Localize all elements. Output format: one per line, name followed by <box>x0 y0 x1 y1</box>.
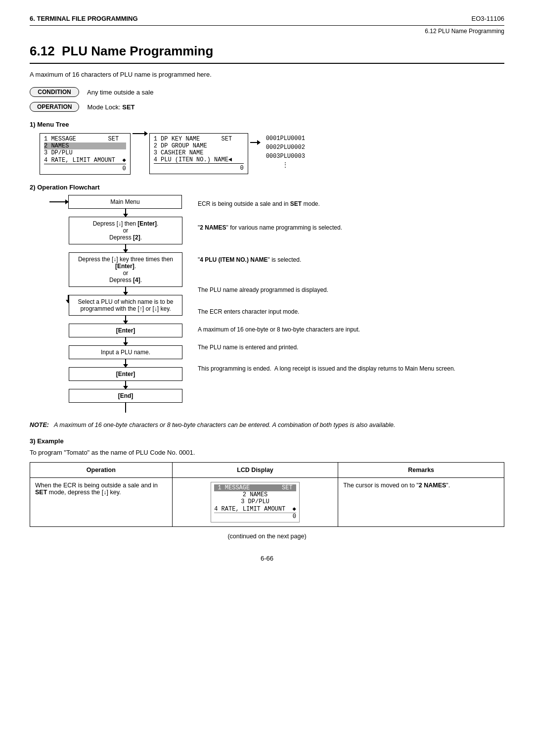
header: 6. TERMINAL FILE PROGRAMMING EO3-11106 <box>30 15 504 26</box>
condition-badge: CONDITION <box>30 87 79 97</box>
arrow-1 <box>131 133 149 134</box>
menu-box-1: 1 MESSAGE SET 2 NAMES 3 DP/PLU 4 RATE, L… <box>40 133 131 175</box>
page-number: 6-66 <box>30 555 504 562</box>
col-lcd: LCD Display <box>172 463 338 478</box>
fc-main-menu: Main Menu <box>68 195 182 209</box>
menu-box1-footer: 0 <box>44 164 126 172</box>
fc-enter1-row: [Enter] <box>69 324 182 337</box>
fc-depress2: Depress the [↓] key three times then [En… <box>69 252 182 287</box>
fc-select-row: Select a PLU of which name is to be prog… <box>50 295 182 316</box>
fc-depress2-row: Depress the [↓] key three times then [En… <box>69 252 182 287</box>
entry-row: Main Menu <box>49 195 183 209</box>
fc-depress-row: Depress [↓] then [Enter].orDepress [2]. <box>69 217 182 244</box>
fc-input-plu: Input a PLU name. <box>69 345 182 359</box>
col-remarks: Remarks <box>338 463 504 478</box>
fc-input-row: Input a PLU name. <box>69 345 182 359</box>
operation-set: SET <box>122 103 134 111</box>
operation-badge: OPERATION <box>30 102 79 112</box>
fc-v5 <box>125 337 126 345</box>
fc-v1 <box>125 209 126 217</box>
comment-end: This programming is ended. A long receip… <box>198 356 504 381</box>
menu-box2-footer: 0 <box>154 163 244 172</box>
menu-box-2: 1 DP KEY NAME SET 2 DP GROUP NAME 3 CASH… <box>149 133 248 174</box>
plu-code-1: 0001PLU0001 <box>266 134 305 143</box>
plu-code-dots: ⋮ <box>266 161 305 170</box>
example-label: 3) Example <box>30 437 504 445</box>
condition-row: CONDITION Any time outside a sale <box>30 87 504 97</box>
table-cell-lcd: 1 MESSAGE SET 2 NAMES 3 DP/PLU 4 RATE, L… <box>172 478 338 527</box>
example-table: Operation LCD Display Remarks When the E… <box>30 462 504 527</box>
lcd-display: 1 MESSAGE SET 2 NAMES 3 DP/PLU 4 RATE, L… <box>211 482 300 522</box>
col-operation: Operation <box>30 463 173 478</box>
fc-v7 <box>125 381 126 389</box>
horiz-arrow-1 <box>133 133 147 134</box>
page: 6. TERMINAL FILE PROGRAMMING EO3-11106 6… <box>0 0 534 756</box>
comment-depress2: "4 PLU (ITEM NO.) NAME" is selected. <box>198 242 504 277</box>
plu-code-2: 0002PLU0002 <box>266 143 305 152</box>
fc-depress1: Depress [↓] then [Enter].orDepress [2]. <box>69 217 182 244</box>
table-cell-remarks: The cursor is moved on to "2 NAMES". <box>338 478 504 527</box>
menu-box2-line3: 3 CASHIER NAME <box>154 149 244 156</box>
fc-v3 <box>125 287 126 295</box>
flowchart-comments: ECR is being outside a sale and in SET m… <box>198 195 504 413</box>
plu-codes: 0001PLU0001 0002PLU0002 0003PLU0003 ⋮ <box>262 133 305 170</box>
comment-depress1: "2 NAMES" for various name programming i… <box>198 213 504 242</box>
fc-v2 <box>125 244 126 252</box>
fc-enter1: [Enter] <box>69 324 182 337</box>
lcd-line3: 3 DP/PLU <box>214 498 296 505</box>
header-right: EO3-11106 <box>472 15 505 22</box>
section-title: 6.12 PLU Name Programming <box>30 44 504 64</box>
menu-box2-line1: 1 DP KEY NAME SET <box>154 136 244 142</box>
comment-enter2: The PLU name is entered and printed. <box>198 338 504 356</box>
plu-code-3: 0003PLU0003 <box>266 152 305 161</box>
operation-text: Mode Lock: SET <box>87 103 134 111</box>
fc-enter2: [Enter] <box>69 367 182 381</box>
lcd-line4: 4 RATE, LIMIT AMOUNT ◆ <box>214 505 296 513</box>
fc-v6 <box>125 359 126 367</box>
header-sub: 6.12 PLU Name Programming <box>30 28 504 35</box>
menu-box1-line3: 3 DP/PLU <box>44 149 126 156</box>
condition-text: Any time outside a sale <box>87 89 153 96</box>
comment-input-plu: A maximum of 16 one-byte or 8 two-byte c… <box>198 321 504 338</box>
table-cell-operation: When the ECR is being outside a sale and… <box>30 478 173 527</box>
note-section: NOTE: A maximum of 16 one-byte character… <box>30 422 504 428</box>
menu-box1-line1: 1 MESSAGE SET <box>44 136 126 142</box>
menu-box2-line4: 4 PLU (ITEN NO.) NAME◄ <box>154 156 244 163</box>
menu-tree: 1 MESSAGE SET 2 NAMES 3 DP/PLU 4 RATE, L… <box>40 133 504 175</box>
table-row: When the ECR is being outside a sale and… <box>30 478 504 527</box>
arrow-2 <box>248 133 262 143</box>
fc-enter2-row: [Enter] <box>69 367 182 381</box>
lcd-line1-highlighted: 1 MESSAGE SET <box>214 484 296 491</box>
menu-tree-label: 1) Menu Tree <box>30 121 504 128</box>
comment-main-menu: ECR is being outside a sale and in SET m… <box>198 195 504 213</box>
fc-v8 <box>125 403 126 413</box>
continued-text: (continued on the next page) <box>30 533 504 540</box>
flowchart-wrapper: Main Menu Depress [↓] then [Enter].orDep… <box>30 195 504 413</box>
intro-text: A maximum of 16 characters of PLU name i… <box>30 71 504 78</box>
lcd-line2: 2 NAMES <box>214 491 296 498</box>
menu-box1-line2-highlighted: 2 NAMES <box>44 142 126 149</box>
arrow-head-1 <box>144 131 148 136</box>
fc-end-row: [End] <box>69 389 182 403</box>
loop-left <box>50 295 69 303</box>
fc-v4 <box>125 316 126 324</box>
fc-select-plu: Select a PLU of which name is to be prog… <box>69 295 182 316</box>
comment-select-plu: The PLU name already programmed is displ… <box>198 277 504 303</box>
comment-enter1: The ECR enters character input mode. <box>198 303 504 321</box>
note-text: A maximum of 16 one-byte characters or 8… <box>54 422 396 428</box>
horiz-arrow-2 <box>250 142 260 143</box>
note-label: NOTE: <box>30 422 49 428</box>
fc-end: [End] <box>69 389 182 403</box>
flowchart-label: 2) Operation Flowchart <box>30 184 504 191</box>
header-left: 6. TERMINAL FILE PROGRAMMING <box>30 15 138 22</box>
example-text: To program "Tomato" as the name of PLU C… <box>30 449 504 456</box>
entry-line <box>49 201 68 202</box>
operation-row: OPERATION Mode Lock: SET <box>30 102 504 112</box>
lcd-footer: 0 <box>214 513 296 520</box>
menu-box1-line4: 4 RATE, LIMIT AMOUNT ◆ <box>44 156 126 164</box>
menu-box2-line2: 2 DP GROUP NAME <box>154 142 244 149</box>
arrow-head-2 <box>257 140 261 145</box>
flowchart-diagram: Main Menu Depress [↓] then [Enter].orDep… <box>30 195 183 413</box>
